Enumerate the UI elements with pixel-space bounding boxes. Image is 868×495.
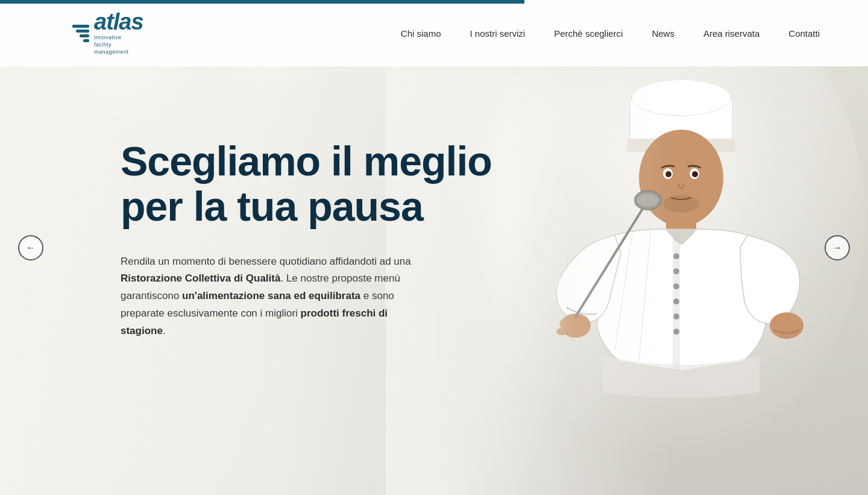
- nav-area-riservata[interactable]: Area riservata: [703, 28, 760, 39]
- hero-title: Scegliamo il meglio per la tua pausa: [121, 139, 492, 229]
- site-header: atlas innovative facility management Chi…: [0, 0, 868, 66]
- slider-next-button[interactable]: →: [825, 235, 850, 260]
- top-accent-bar: [0, 0, 524, 4]
- logo-bar-1: [72, 25, 89, 28]
- nav-perche[interactable]: Perchè sceglierci: [554, 28, 623, 39]
- slider-prev-button[interactable]: ←: [18, 235, 43, 260]
- nav-news[interactable]: News: [652, 28, 675, 39]
- nav-contatti[interactable]: Contatti: [788, 28, 820, 39]
- logo-text: atlas innovative facility management: [94, 10, 143, 55]
- logo-bar-2: [76, 30, 89, 33]
- hero-body-text: Rendila un momento di benessere quotidia…: [121, 253, 434, 340]
- logo-tagline: innovative facility management: [94, 34, 143, 55]
- logo-name: atlas: [94, 10, 143, 33]
- logo[interactable]: atlas innovative facility management: [72, 10, 143, 55]
- logo-bar-4: [83, 39, 89, 42]
- main-nav: Chi siamo I nostri servizi Perchè scegli…: [401, 28, 820, 39]
- hero-content: Scegliamo il meglio per la tua pausa Ren…: [121, 139, 492, 340]
- logo-icon: [72, 25, 89, 42]
- logo-bar-3: [80, 34, 89, 37]
- nav-chi-siamo[interactable]: Chi siamo: [401, 28, 441, 39]
- nav-servizi[interactable]: I nostri servizi: [470, 28, 526, 39]
